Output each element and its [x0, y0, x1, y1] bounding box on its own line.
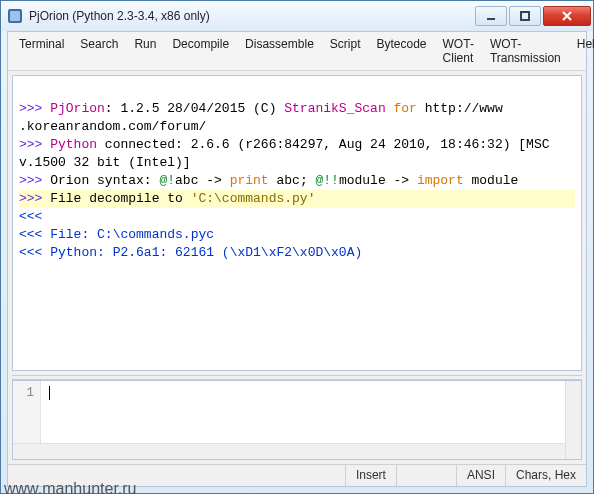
prompt: >>> [19, 137, 50, 152]
text: module -> [339, 173, 417, 188]
prompt: >>> [19, 173, 50, 188]
client-area: Terminal Search Run Decompile Disassembl… [7, 31, 587, 487]
text: @! [159, 173, 175, 188]
scrollbar-vertical[interactable] [565, 381, 581, 459]
menu-search[interactable]: Search [73, 35, 125, 67]
app-icon [7, 8, 23, 24]
caret [49, 386, 50, 400]
prompt-out: <<< [19, 227, 50, 242]
svg-rect-1 [10, 11, 20, 21]
text: File decompile to [50, 191, 190, 206]
path: 'C:\commands.py' [191, 191, 316, 206]
text: module [464, 173, 519, 188]
menu-wot-client[interactable]: WOT-Client [436, 35, 481, 67]
status-empty [396, 465, 456, 486]
text: .koreanrandom.com/forum/ [19, 119, 206, 134]
menu-script[interactable]: Script [323, 35, 368, 67]
keyword: for [394, 101, 417, 116]
menu-bytecode[interactable]: Bytecode [370, 35, 434, 67]
minimize-button[interactable] [475, 6, 507, 26]
prompt: >>> [19, 191, 50, 206]
text: File: C:\commands.pyc [50, 227, 214, 242]
status-mode[interactable]: Chars, Hex [505, 465, 586, 486]
text: Orion syntax: [50, 173, 159, 188]
close-button[interactable] [543, 6, 591, 26]
window-title: PjOrion (Python 2.3-3.4, x86 only) [29, 9, 475, 23]
editor-pane[interactable]: 1 [12, 380, 582, 460]
status-encoding[interactable]: ANSI [456, 465, 505, 486]
text: Python: P2.6a1: 62161 (\xD1\xF2\x0D\x0A) [50, 245, 362, 260]
prompt: >>> [19, 101, 50, 116]
menu-run[interactable]: Run [127, 35, 163, 67]
line-number: 1 [26, 385, 34, 400]
text [386, 101, 394, 116]
text: : 1.2.5 28/04/2015 (C) [105, 101, 284, 116]
text: @!! [315, 173, 338, 188]
app-window: PjOrion (Python 2.3-3.4, x86 only) Termi… [0, 0, 594, 494]
keyword: print [230, 173, 269, 188]
titlebar[interactable]: PjOrion (Python 2.3-3.4, x86 only) [1, 1, 593, 31]
menubar: Terminal Search Run Decompile Disassembl… [8, 32, 586, 71]
text: Python [50, 137, 97, 152]
window-controls [475, 6, 591, 26]
menu-disassemble[interactable]: Disassemble [238, 35, 321, 67]
text: abc -> [175, 173, 230, 188]
text: StranikS_Scan [284, 101, 385, 116]
menu-wot-transmission[interactable]: WOT-Transmission [483, 35, 568, 67]
menu-decompile[interactable]: Decompile [165, 35, 236, 67]
status-insert[interactable]: Insert [345, 465, 396, 486]
prompt-out: <<< [19, 209, 42, 224]
menu-terminal[interactable]: Terminal [12, 35, 71, 67]
menu-help[interactable]: Help [570, 35, 594, 67]
watermark: www.manhunter.ru [4, 480, 137, 498]
prompt-out: <<< [19, 245, 50, 260]
text: abc; [269, 173, 316, 188]
text: connected: 2.6.6 (r266:84297, Aug 24 201… [97, 137, 557, 152]
console-output[interactable]: >>> PjOrion: 1.2.5 28/04/2015 (C) Strani… [12, 75, 582, 371]
maximize-button[interactable] [509, 6, 541, 26]
svg-rect-3 [521, 12, 529, 20]
text: v.1500 32 bit (Intel)] [19, 155, 191, 170]
keyword: import [417, 173, 464, 188]
svg-rect-2 [487, 18, 495, 20]
text: http://www [417, 101, 503, 116]
text: PjOrion [50, 101, 105, 116]
scrollbar-horizontal[interactable] [13, 443, 565, 459]
